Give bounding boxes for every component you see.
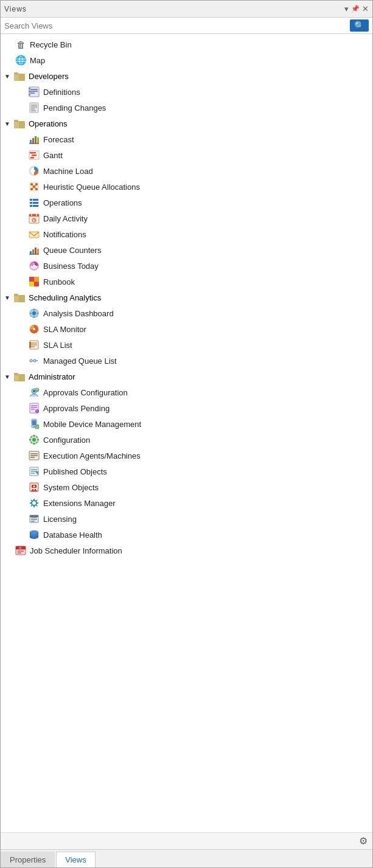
tree-item-pending-changes[interactable]: Pending Changes: [1, 100, 372, 116]
tree-item-approvals-config[interactable]: ⚙ Approvals Configuration: [1, 384, 372, 400]
mobile-device-icon: ✓: [27, 418, 41, 430]
tree-item-published-objects[interactable]: Published Objects: [1, 464, 372, 479]
tree-item-map[interactable]: 🌐 Map: [1, 52, 372, 68]
svg-text:✓: ✓: [36, 425, 38, 429]
tree-item-analysis-dashboard[interactable]: Analysis Dashboard: [1, 305, 372, 321]
tab-views[interactable]: Views: [56, 852, 95, 867]
svg-rect-10: [30, 103, 38, 113]
tree-item-notifications[interactable]: Notifications: [1, 226, 372, 242]
tree-item-daily-activity[interactable]: Daily Activity: [1, 210, 372, 226]
tree-item-label: Configuration: [43, 436, 90, 445]
svg-rect-66: [29, 277, 34, 282]
svg-rect-22: [37, 137, 39, 144]
published-objects-icon: [27, 465, 41, 477]
expand-arrow: ▼: [4, 373, 10, 380]
svg-point-75: [32, 311, 36, 315]
managed-queue-icon: [27, 355, 41, 367]
tree-item-business-today[interactable]: Business Today: [1, 258, 372, 274]
search-input[interactable]: [4, 21, 350, 30]
tab-properties[interactable]: Properties: [1, 852, 55, 867]
tree-item-label: Machine Load: [43, 167, 93, 176]
job-scheduler-icon: A>: [14, 544, 27, 557]
svg-rect-43: [30, 202, 32, 204]
group-operations[interactable]: ▼ Operations: [1, 116, 372, 131]
svg-rect-72: [14, 294, 18, 296]
tree-item-label: Mobile Device Management: [43, 420, 141, 429]
svg-point-137: [32, 501, 36, 505]
tree-item-licensing[interactable]: Licensing: [1, 511, 372, 527]
svg-rect-45: [30, 205, 32, 207]
tree-item-label: Pending Changes: [43, 103, 106, 113]
tree-item-label: Recycle Bin: [30, 40, 72, 49]
expand-arrow: ▼: [4, 294, 10, 301]
tree-item-gantt[interactable]: Gantt: [1, 147, 372, 163]
expand-arrow: ▼: [4, 120, 10, 127]
tree-item-job-scheduler[interactable]: A> Job Scheduler Information: [1, 543, 372, 558]
tree-item-queue-counters[interactable]: Queue Counters: [1, 242, 372, 258]
tree-item-label: Queue Counters: [43, 246, 101, 255]
tabs-bar: Properties Views: [1, 849, 372, 867]
tree-item-label: Runbook: [43, 277, 75, 286]
tree-item-heuristic-queue[interactable]: Heuristic Queue Allocations: [1, 179, 372, 195]
svg-text:A>: A>: [19, 546, 23, 549]
svg-rect-2: [14, 72, 18, 75]
svg-rect-17: [14, 120, 18, 122]
tree-item-forecast[interactable]: Forecast: [1, 131, 372, 147]
search-bar: 🔍: [1, 18, 372, 34]
queue-counters-icon: [27, 244, 41, 256]
tree-item-execution-agents[interactable]: Execution Agents/Machines: [1, 448, 372, 464]
folder-icon: [13, 291, 26, 304]
tree-item-label: Approvals Configuration: [43, 388, 128, 397]
tree-item-configuration[interactable]: Configuration: [1, 432, 372, 448]
close-icon[interactable]: ✕: [362, 4, 369, 13]
gantt-icon: [27, 149, 41, 161]
svg-rect-58: [35, 248, 37, 254]
tree-item-database-health[interactable]: Database Health: [1, 527, 372, 543]
svg-rect-69: [34, 282, 39, 286]
extensions-manager-icon: [27, 497, 41, 509]
approvals-config-icon: ⚙: [27, 386, 41, 398]
svg-rect-44: [33, 202, 38, 204]
tree-item-runbook[interactable]: Runbook: [1, 274, 372, 290]
svg-rect-46: [33, 205, 38, 207]
svg-rect-25: [30, 152, 36, 154]
dropdown-icon[interactable]: ▾: [344, 4, 349, 13]
tree-item-definitions[interactable]: Definitions: [1, 84, 372, 100]
tree-item-extensions-manager[interactable]: Extensions Manager: [1, 495, 372, 511]
tree-item-operations[interactable]: Operations: [1, 195, 372, 210]
tree-item-approvals-pending[interactable]: ! Approvals Pending: [1, 400, 372, 416]
configuration-icon: [27, 434, 41, 446]
tree-item-managed-queue[interactable]: Managed Queue List: [1, 353, 372, 369]
tree-item-sla-monitor[interactable]: SLA Monitor: [1, 321, 372, 337]
tree-item-mobile-device[interactable]: ✓ Mobile Device Management: [1, 416, 372, 432]
svg-point-147: [30, 530, 38, 534]
group-developers[interactable]: ▼ Developers: [1, 68, 372, 84]
recycle-bin-icon: 🗑: [14, 38, 27, 50]
svg-rect-68: [29, 282, 34, 286]
approvals-pending-icon: !: [27, 402, 41, 414]
notifications-icon: [27, 228, 41, 240]
settings-gear-icon[interactable]: ⚙: [359, 835, 368, 847]
tree-item-machine-load[interactable]: Machine Load: [1, 163, 372, 179]
forecast-icon: [27, 133, 41, 145]
group-label: Operations: [29, 119, 68, 128]
tree-item-recycle-bin[interactable]: 🗑 Recycle Bin: [1, 36, 372, 52]
group-administrator[interactable]: ▼ Administrator: [1, 369, 372, 384]
tree-item-system-objects[interactable]: System Objects: [1, 479, 372, 495]
pin-icon[interactable]: 📌: [351, 5, 360, 13]
svg-rect-41: [30, 199, 32, 201]
pending-changes-icon: [27, 102, 41, 114]
svg-rect-42: [33, 199, 38, 201]
tree-item-sla-list[interactable]: SLA List: [1, 337, 372, 353]
expand-arrow: ▼: [4, 73, 10, 80]
business-today-icon: [27, 260, 41, 272]
svg-rect-115: [29, 439, 31, 440]
svg-rect-56: [30, 251, 32, 254]
search-button[interactable]: 🔍: [350, 19, 369, 32]
svg-point-88: [30, 360, 32, 361]
group-scheduling-analytics[interactable]: ▼ Scheduling Analytics: [1, 290, 372, 305]
definitions-icon: [27, 86, 41, 98]
tree-item-label: Licensing: [43, 515, 77, 524]
group-label: Developers: [29, 72, 69, 81]
svg-point-108: [33, 426, 35, 427]
